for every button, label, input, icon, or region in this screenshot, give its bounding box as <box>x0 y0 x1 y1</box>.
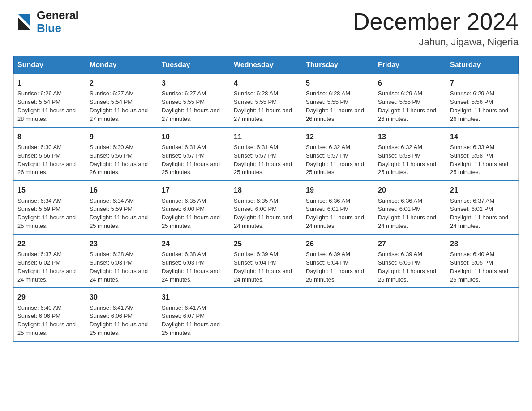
table-row: 9Sunrise: 6:30 AMSunset: 5:56 PMDaylight… <box>86 128 158 181</box>
day-info: Sunrise: 6:36 AMSunset: 6:01 PMDaylight:… <box>306 197 370 231</box>
table-row: 3Sunrise: 6:27 AMSunset: 5:55 PMDaylight… <box>158 74 230 128</box>
table-row: 31Sunrise: 6:41 AMSunset: 6:07 PMDayligh… <box>158 288 230 342</box>
table-row <box>230 288 302 342</box>
day-number: 6 <box>378 78 442 88</box>
day-info: Sunrise: 6:35 AMSunset: 6:00 PMDaylight:… <box>234 197 298 231</box>
day-number: 29 <box>17 292 82 302</box>
calendar-week-row: 1Sunrise: 6:26 AMSunset: 5:54 PMDaylight… <box>14 74 519 128</box>
day-number: 11 <box>234 132 298 142</box>
day-number: 7 <box>450 78 515 88</box>
table-row: 29Sunrise: 6:40 AMSunset: 6:06 PMDayligh… <box>14 288 86 342</box>
day-number: 31 <box>162 292 226 302</box>
table-row: 21Sunrise: 6:37 AMSunset: 6:02 PMDayligh… <box>446 181 519 235</box>
day-info: Sunrise: 6:34 AMSunset: 5:59 PMDaylight:… <box>90 197 154 231</box>
day-number: 28 <box>450 239 515 249</box>
title-block: December 2024 Jahun, Jigawa, Nigeria <box>353 9 519 48</box>
day-number: 27 <box>378 239 442 249</box>
day-info: Sunrise: 6:38 AMSunset: 6:03 PMDaylight:… <box>90 250 154 284</box>
day-info: Sunrise: 6:27 AMSunset: 5:55 PMDaylight:… <box>162 90 226 123</box>
day-number: 24 <box>162 239 226 249</box>
day-info: Sunrise: 6:28 AMSunset: 5:55 PMDaylight:… <box>306 90 370 123</box>
day-number: 18 <box>234 185 298 195</box>
day-number: 23 <box>90 239 154 249</box>
day-info: Sunrise: 6:32 AMSunset: 5:58 PMDaylight:… <box>378 143 442 177</box>
table-row: 20Sunrise: 6:36 AMSunset: 6:01 PMDayligh… <box>374 181 446 235</box>
day-info: Sunrise: 6:38 AMSunset: 6:03 PMDaylight:… <box>162 250 226 284</box>
day-number: 4 <box>234 78 298 88</box>
calendar-week-row: 22Sunrise: 6:37 AMSunset: 6:02 PMDayligh… <box>14 235 519 288</box>
table-row: 23Sunrise: 6:38 AMSunset: 6:03 PMDayligh… <box>86 235 158 288</box>
day-info: Sunrise: 6:29 AMSunset: 5:56 PMDaylight:… <box>450 90 515 123</box>
day-info: Sunrise: 6:28 AMSunset: 5:55 PMDaylight:… <box>234 90 298 123</box>
day-number: 22 <box>17 239 82 249</box>
day-info: Sunrise: 6:29 AMSunset: 5:55 PMDaylight:… <box>378 90 442 123</box>
day-info: Sunrise: 6:39 AMSunset: 6:05 PMDaylight:… <box>378 250 442 284</box>
table-row: 13Sunrise: 6:32 AMSunset: 5:58 PMDayligh… <box>374 128 446 181</box>
table-row: 1Sunrise: 6:26 AMSunset: 5:54 PMDaylight… <box>14 74 86 128</box>
col-thursday: Thursday <box>302 56 374 74</box>
page-header: General Blue December 2024 Jahun, Jigawa… <box>13 9 519 48</box>
col-saturday: Saturday <box>446 56 519 74</box>
day-info: Sunrise: 6:32 AMSunset: 5:57 PMDaylight:… <box>306 143 370 177</box>
day-info: Sunrise: 6:41 AMSunset: 6:07 PMDaylight:… <box>162 304 226 338</box>
day-number: 8 <box>17 132 82 142</box>
table-row: 8Sunrise: 6:30 AMSunset: 5:56 PMDaylight… <box>14 128 86 181</box>
table-row: 14Sunrise: 6:33 AMSunset: 5:58 PMDayligh… <box>446 128 519 181</box>
table-row: 25Sunrise: 6:39 AMSunset: 6:04 PMDayligh… <box>230 235 302 288</box>
table-row: 10Sunrise: 6:31 AMSunset: 5:57 PMDayligh… <box>158 128 230 181</box>
table-row: 17Sunrise: 6:35 AMSunset: 6:00 PMDayligh… <box>158 181 230 235</box>
day-number: 3 <box>162 78 226 88</box>
day-info: Sunrise: 6:40 AMSunset: 6:06 PMDaylight:… <box>17 304 82 338</box>
calendar-header-row: Sunday Monday Tuesday Wednesday Thursday… <box>14 56 519 74</box>
col-friday: Friday <box>374 56 446 74</box>
day-number: 5 <box>306 78 370 88</box>
table-row: 7Sunrise: 6:29 AMSunset: 5:56 PMDaylight… <box>446 74 519 128</box>
day-info: Sunrise: 6:39 AMSunset: 6:04 PMDaylight:… <box>306 250 370 284</box>
col-tuesday: Tuesday <box>158 56 230 74</box>
table-row: 24Sunrise: 6:38 AMSunset: 6:03 PMDayligh… <box>158 235 230 288</box>
table-row: 18Sunrise: 6:35 AMSunset: 6:00 PMDayligh… <box>230 181 302 235</box>
table-row <box>446 288 519 342</box>
logo-icon <box>13 10 35 34</box>
table-row: 30Sunrise: 6:41 AMSunset: 6:06 PMDayligh… <box>86 288 158 342</box>
day-info: Sunrise: 6:34 AMSunset: 5:59 PMDaylight:… <box>17 197 82 231</box>
table-row: 4Sunrise: 6:28 AMSunset: 5:55 PMDaylight… <box>230 74 302 128</box>
day-number: 19 <box>306 185 370 195</box>
day-info: Sunrise: 6:35 AMSunset: 6:00 PMDaylight:… <box>162 197 226 231</box>
calendar-week-row: 8Sunrise: 6:30 AMSunset: 5:56 PMDaylight… <box>14 128 519 181</box>
table-row: 15Sunrise: 6:34 AMSunset: 5:59 PMDayligh… <box>14 181 86 235</box>
table-row: 22Sunrise: 6:37 AMSunset: 6:02 PMDayligh… <box>14 235 86 288</box>
table-row: 28Sunrise: 6:40 AMSunset: 6:05 PMDayligh… <box>446 235 519 288</box>
day-number: 12 <box>306 132 370 142</box>
day-info: Sunrise: 6:31 AMSunset: 5:57 PMDaylight:… <box>162 143 226 177</box>
day-info: Sunrise: 6:30 AMSunset: 5:56 PMDaylight:… <box>90 143 154 177</box>
table-row: 12Sunrise: 6:32 AMSunset: 5:57 PMDayligh… <box>302 128 374 181</box>
logo-general-text: General <box>37 9 78 22</box>
table-row <box>302 288 374 342</box>
month-title: December 2024 <box>353 9 519 34</box>
table-row: 19Sunrise: 6:36 AMSunset: 6:01 PMDayligh… <box>302 181 374 235</box>
calendar-table: Sunday Monday Tuesday Wednesday Thursday… <box>13 56 519 342</box>
day-number: 1 <box>17 78 82 88</box>
day-number: 25 <box>234 239 298 249</box>
day-number: 30 <box>90 292 154 302</box>
day-info: Sunrise: 6:30 AMSunset: 5:56 PMDaylight:… <box>17 143 82 177</box>
table-row: 16Sunrise: 6:34 AMSunset: 5:59 PMDayligh… <box>86 181 158 235</box>
day-info: Sunrise: 6:39 AMSunset: 6:04 PMDaylight:… <box>234 250 298 284</box>
day-number: 2 <box>90 78 154 88</box>
table-row <box>374 288 446 342</box>
day-number: 15 <box>17 185 82 195</box>
location-text: Jahun, Jigawa, Nigeria <box>353 36 519 48</box>
day-info: Sunrise: 6:27 AMSunset: 5:54 PMDaylight:… <box>90 90 154 123</box>
calendar-week-row: 29Sunrise: 6:40 AMSunset: 6:06 PMDayligh… <box>14 288 519 342</box>
table-row: 11Sunrise: 6:31 AMSunset: 5:57 PMDayligh… <box>230 128 302 181</box>
col-monday: Monday <box>86 56 158 74</box>
col-sunday: Sunday <box>14 56 86 74</box>
day-number: 10 <box>162 132 226 142</box>
logo-text: General Blue <box>37 9 78 34</box>
table-row: 26Sunrise: 6:39 AMSunset: 6:04 PMDayligh… <box>302 235 374 288</box>
logo-svg <box>13 10 35 34</box>
day-number: 16 <box>90 185 154 195</box>
day-info: Sunrise: 6:37 AMSunset: 6:02 PMDaylight:… <box>17 250 82 284</box>
day-info: Sunrise: 6:40 AMSunset: 6:05 PMDaylight:… <box>450 250 515 284</box>
